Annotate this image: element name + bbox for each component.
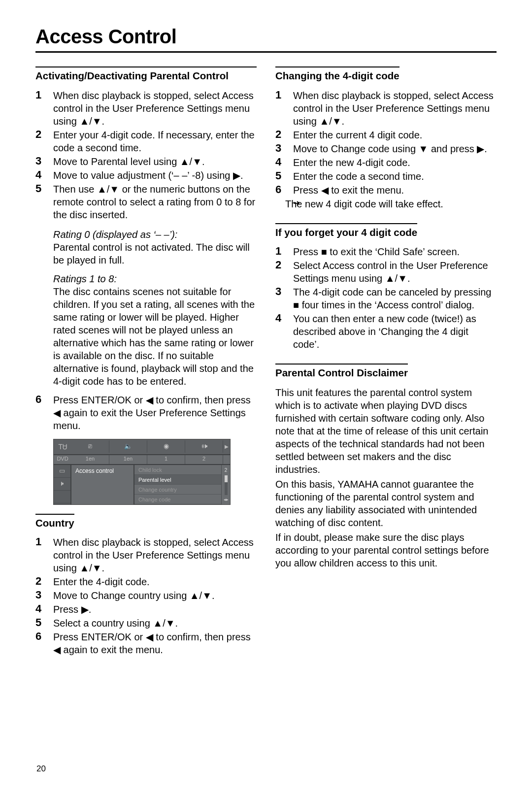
heading-activating: Activating/Deactivating Parental Control <box>35 66 257 82</box>
step: Then use ▲/▼ or the numeric buttons on t… <box>35 183 257 221</box>
step: When disc playback is stopped, select Ac… <box>35 89 257 128</box>
steps-activating-cont: Press ENTER/OK or ◀ to confirm, then pre… <box>35 394 257 432</box>
step: Press ENTER/OK or ◀ to confirm, then pre… <box>35 631 257 656</box>
step: Move to Change code using ▼ and press ▶. <box>275 142 497 155</box>
rating0-block: Rating 0 (displayed as ‘– –’): Parental … <box>35 228 257 266</box>
page-title: Access Control <box>35 24 497 53</box>
step: Enter the code a second time. <box>275 170 497 183</box>
step: Enter the new 4-digit code. <box>275 156 497 169</box>
left-icon: ◀ <box>53 643 61 656</box>
speaker-icon: 🕨 <box>54 478 70 491</box>
tab-speaker: 🕪 <box>185 440 223 453</box>
right-icon: ▶ <box>233 169 240 182</box>
stop-icon: ■ <box>293 299 299 311</box>
right-column: Changing the 4-digit code When disc play… <box>275 66 497 663</box>
stop-icon: ■ <box>321 245 327 258</box>
left-icon: ◀ <box>321 184 329 197</box>
left-column: Activating/Deactivating Parental Control… <box>35 66 257 663</box>
step: Press ENTER/OK or ◀ to confirm, then pre… <box>35 394 257 432</box>
submenu-change-country: Change country <box>134 485 221 495</box>
left-icon: ◀ <box>53 406 61 419</box>
ratings18-heading: Ratings 1 to 8: <box>53 272 257 285</box>
disclaimer-p1: This unit features the parental control … <box>275 386 497 476</box>
updown-icon: ▲/▼ <box>190 589 212 602</box>
step: The 4-digit code can be canceled by pres… <box>275 286 497 311</box>
dvd-label: DVD <box>54 455 71 464</box>
tab-subtitle: ⎚ <box>71 440 109 453</box>
tab-audio: 🔈 <box>109 440 147 453</box>
ratings18-text: The disc contains scenes not suitable fo… <box>53 285 257 388</box>
updown-icon: ▲/▼ <box>180 155 202 168</box>
rating0-text: Parental control is not activated. The d… <box>53 241 257 266</box>
step: Enter the 4-digit code. <box>35 575 257 588</box>
heading-disclaimer: Parental Control Disclaimer <box>275 364 408 379</box>
steps-country: When disc playback is stopped, select Ac… <box>35 536 257 656</box>
step: Select Access control in the User Prefer… <box>275 259 497 285</box>
updown-icon: ▲/▼ <box>97 183 119 196</box>
step: Enter the current 4 digit code. <box>275 129 497 141</box>
steps-forget-code: Press ■ to exit the ‘Child Safe’ screen.… <box>275 245 497 351</box>
step: When disc playback is stopped, select Ac… <box>35 536 257 574</box>
screen-icon: ▭ <box>54 465 70 478</box>
updown-icon: ▲/▼ <box>385 272 407 285</box>
right-icon: ▶ <box>477 142 484 155</box>
step: Press ◀ to exit the menu. The new 4 digi… <box>275 184 497 210</box>
updown-icon: ▲/▼ <box>79 115 101 128</box>
rating0-heading: Rating 0 (displayed as ‘– –’): <box>53 228 257 241</box>
result-note: The new 4 digit code will take effect. <box>275 198 497 210</box>
content-columns: Activating/Deactivating Parental Control… <box>35 66 497 663</box>
step: Move to Change country using ▲/▼. <box>35 589 257 602</box>
disclaimer-p2: On this basis, YAMAHA cannot guarantee t… <box>275 478 497 529</box>
disclaimer-p3: If in doubt, please make sure the disc p… <box>275 531 497 569</box>
ratings18-block: Ratings 1 to 8: The disc contains scenes… <box>35 272 257 388</box>
heading-change-code: Changing the 4-digit code <box>275 66 399 82</box>
figure-scrollbar: 2 ◂▸ <box>221 465 230 504</box>
step: Move to Parental level using ▲/▼. <box>35 155 257 168</box>
updown-icon: ▲/▼ <box>153 617 175 630</box>
submenu-change-code: Change code <box>134 495 221 504</box>
steps-activating: When disc playback is stopped, select Ac… <box>35 89 257 221</box>
person-icon: ᎢᏌ <box>54 442 71 451</box>
tab-arrow-right-icon: ▶ <box>223 443 230 450</box>
step: Press ▶. <box>35 603 257 616</box>
step: Press ■ to exit the ‘Child Safe’ screen. <box>275 245 497 258</box>
settings-menu-figure: ᎢᏌ ⎚ 🔈 ◉ 🕪 ▶ DVD 1en 1en 1 2 ▭ 🕨 <box>53 439 231 505</box>
updown-icon: ▲/▼ <box>79 562 101 574</box>
step: Enter your 4-digit code. If necessary, e… <box>35 129 257 154</box>
page-number: 20 <box>36 764 46 774</box>
left-icon: ◀ <box>146 394 153 406</box>
submenu-child-lock: Child lock <box>134 465 221 475</box>
step: Select a country using ▲/▼. <box>35 617 257 630</box>
submenu-parental-level: Parental level <box>134 475 221 485</box>
left-icon: ◀ <box>146 631 153 643</box>
heading-country: Country <box>35 514 74 530</box>
step: When disc playback is stopped, select Ac… <box>275 89 497 128</box>
down-icon: ▼ <box>419 142 429 155</box>
updown-icon: ▲/▼ <box>319 115 341 128</box>
tab-globe: ◉ <box>147 440 185 453</box>
right-icon: ▶ <box>81 603 89 616</box>
steps-change-code: When disc playback is stopped, select Ac… <box>275 89 497 210</box>
menu-item-access-control: Access control <box>71 465 133 478</box>
step: You can then enter a new code (twice!) a… <box>275 312 497 351</box>
step: Move to value adjustment (‘– –’ -8) usin… <box>35 169 257 182</box>
heading-forget-code: If you forget your 4 digit code <box>275 223 417 239</box>
